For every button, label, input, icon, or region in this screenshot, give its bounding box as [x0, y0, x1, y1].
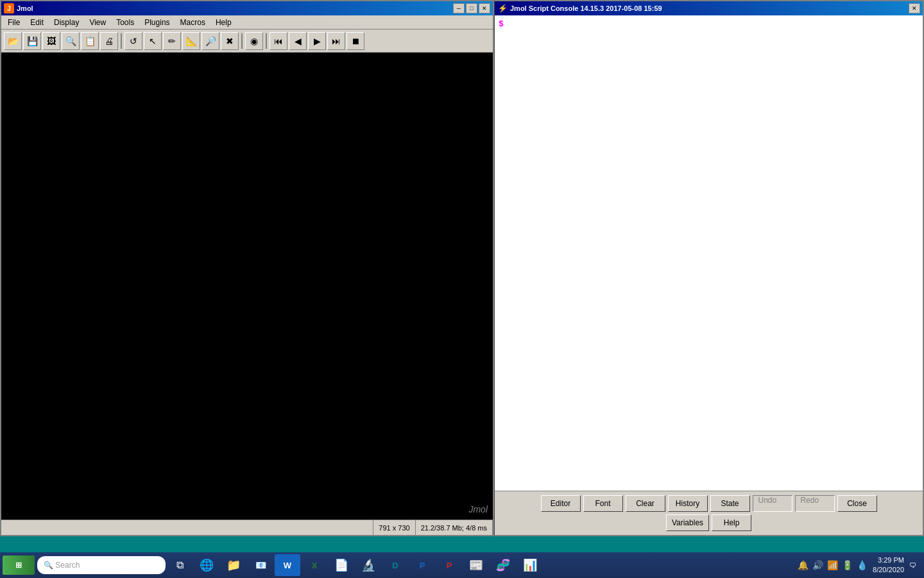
clock-date: 8/20/2020: [873, 565, 904, 575]
measure-button[interactable]: 📐: [182, 32, 200, 50]
close-console-button[interactable]: Close: [837, 495, 877, 512]
console-btn-row-2: Variables Help: [500, 514, 918, 531]
search-button[interactable]: 🔍: [62, 32, 80, 50]
save-button[interactable]: 💾: [23, 32, 41, 50]
variables-button[interactable]: Variables: [666, 514, 709, 531]
taskbar-apps: 🌐 📁 📧 W X 📄 🔬 D P P 📰 🧬 📊: [194, 554, 543, 576]
taskbar-clock[interactable]: 3:29 PM 8/20/2020: [873, 556, 904, 575]
stop-button[interactable]: ✖: [221, 32, 239, 50]
undo-button: Undo: [753, 495, 792, 512]
history-button[interactable]: History: [668, 495, 708, 512]
taskbar-search-box[interactable]: 🔍 Search: [37, 556, 166, 574]
menu-file[interactable]: File: [3, 17, 25, 28]
script-console-panel: ⚡ Jmol Script Console 14.15.3 2017-05-08…: [494, 0, 924, 536]
taskbar-app11-icon[interactable]: 🧬: [490, 554, 516, 576]
taskbar-right: 🔔 🔊 📶 🔋 💧 3:29 PM 8/20/2020 🗨: [798, 556, 921, 575]
taskbar-app12-icon[interactable]: 📊: [517, 554, 543, 576]
draw-button[interactable]: ✏: [163, 32, 181, 50]
taskbar-excel-icon[interactable]: X: [302, 554, 327, 576]
console-output[interactable]: $: [495, 15, 923, 491]
maximize-button[interactable]: □: [466, 3, 477, 13]
model-button[interactable]: ◉: [245, 32, 263, 50]
taskbar-photoshop-icon[interactable]: P: [409, 554, 435, 576]
taskbar-dreamweaver-icon[interactable]: D: [382, 554, 408, 576]
status-memory: 21.2/38.7 Mb; 4/8 ms: [416, 520, 493, 535]
taskbar-acrobat-icon[interactable]: 📄: [329, 554, 354, 576]
clock-time: 3:29 PM: [873, 556, 904, 565]
status-dimensions: 791 x 730: [373, 520, 415, 535]
taskbar-powerpoint-icon[interactable]: P: [436, 554, 462, 576]
title-bar-left: J Jmol: [4, 3, 33, 13]
status-left: [1, 520, 373, 535]
menu-edit[interactable]: Edit: [25, 17, 49, 28]
console-window-close-btn[interactable]: ✕: [909, 3, 920, 13]
main-title-bar: J Jmol ─ □ ✕: [1, 1, 493, 15]
menu-macros[interactable]: Macros: [175, 17, 210, 28]
help-button[interactable]: Help: [712, 514, 751, 531]
menu-view[interactable]: View: [84, 17, 111, 28]
menu-help[interactable]: Help: [210, 17, 237, 28]
console-app-icon: ⚡: [497, 3, 508, 13]
console-button-bar: Editor Font Clear History State Undo Red…: [495, 491, 923, 535]
console-window-title: Jmol Script Console 14.15.3 2017-05-08 1…: [510, 4, 662, 12]
print-button[interactable]: 🖨: [100, 32, 118, 50]
menu-bar: File Edit Display View Tools Plugins Mac…: [1, 15, 493, 30]
menu-display[interactable]: Display: [49, 17, 84, 28]
battery-icon[interactable]: 🔋: [842, 560, 853, 570]
font-button[interactable]: Font: [583, 495, 623, 512]
console-btn-row-1: Editor Font Clear History State Undo Red…: [500, 495, 918, 512]
taskbar-word-icon[interactable]: W: [275, 554, 300, 576]
menu-tools[interactable]: Tools: [111, 17, 139, 28]
console-title-bar: ⚡ Jmol Script Console 14.15.3 2017-05-08…: [495, 1, 923, 15]
notification-icon[interactable]: 🔔: [798, 560, 809, 570]
toolbar-sep-3: [266, 33, 267, 49]
network-icon[interactable]: 📶: [827, 560, 838, 570]
console-prompt: $: [499, 19, 504, 29]
state-button[interactable]: State: [710, 495, 750, 512]
main-window-title: Jmol: [17, 4, 33, 12]
jmol-app-icon: J: [4, 3, 14, 13]
jmol-main-window: J Jmol ─ □ ✕ File Edit Display View Tool…: [0, 0, 494, 536]
dropbox-icon[interactable]: 💧: [857, 560, 868, 570]
copy-button[interactable]: 📋: [81, 32, 99, 50]
status-bar: 791 x 730 21.2/38.7 Mb; 4/8 ms: [1, 520, 493, 535]
nav-last-button[interactable]: ⏭: [327, 32, 345, 50]
console-title-left: ⚡ Jmol Script Console 14.15.3 2017-05-08…: [497, 3, 662, 13]
nav-prev-button[interactable]: ◀: [289, 32, 307, 50]
select-button[interactable]: ↖: [144, 32, 162, 50]
notification-badge[interactable]: 🗨: [909, 561, 916, 569]
zoom-button[interactable]: 🔎: [201, 32, 219, 50]
taskbar-outlook-icon[interactable]: 📧: [248, 554, 273, 576]
menu-plugins[interactable]: Plugins: [139, 17, 175, 28]
start-button[interactable]: ⊞: [3, 556, 35, 575]
volume-icon[interactable]: 🔊: [812, 560, 823, 570]
rotate-button[interactable]: ↺: [124, 32, 142, 50]
nav-extra-button[interactable]: ⏹: [346, 32, 364, 50]
viewport-label: Jmol: [468, 504, 488, 514]
nav-next-button[interactable]: ▶: [308, 32, 326, 50]
systray: 🔔 🔊 📶 🔋 💧: [798, 560, 868, 570]
taskbar: ⊞ 🔍 Search ⧉ 🌐 📁 📧 W X 📄 🔬 D P P 📰 🧬 📊 🔔…: [0, 552, 924, 578]
open-button[interactable]: 📂: [4, 32, 22, 50]
minimize-button[interactable]: ─: [453, 3, 465, 13]
redo-button: Redo: [795, 495, 835, 512]
toolbar-sep-2: [241, 33, 243, 49]
task-view-button[interactable]: ⧉: [168, 556, 191, 575]
editor-button[interactable]: Editor: [541, 495, 581, 512]
close-button[interactable]: ✕: [479, 3, 490, 13]
taskbar-reader-icon[interactable]: 📰: [463, 554, 489, 576]
nav-first-button[interactable]: ⏮: [270, 32, 287, 50]
clear-button[interactable]: Clear: [626, 495, 665, 512]
viewport[interactable]: Jmol: [1, 53, 493, 520]
taskbar-explorer-icon[interactable]: 📁: [221, 554, 246, 576]
export-button[interactable]: 🖼: [42, 32, 60, 50]
taskbar-app6-icon[interactable]: 🔬: [355, 554, 381, 576]
taskbar-chrome-icon[interactable]: 🌐: [194, 554, 219, 576]
title-bar-controls: ─ □ ✕: [453, 3, 490, 13]
toolbar: 📂 💾 🖼 🔍 📋 🖨 ↺ ↖ ✏ 📐 🔎 ✖ ◉ ⏮ ◀ ▶ ⏭: [1, 30, 493, 53]
toolbar-sep-1: [121, 33, 122, 49]
